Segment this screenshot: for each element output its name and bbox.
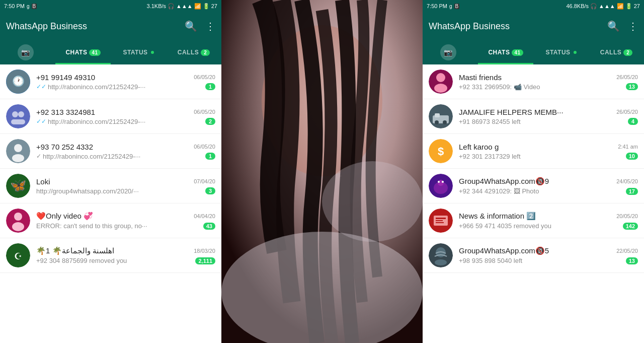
left-more-icon[interactable]: ⋮ — [205, 20, 215, 32]
left-chat-name-4: Loki — [36, 177, 50, 186]
right-tab-camera[interactable]: 📷 — [423, 40, 478, 64]
left-chat-info-4: Loki 07/04/20 http://group4whatsapp.com/… — [36, 177, 215, 195]
left-unread-4: 3 — [205, 187, 215, 194]
left-chat-info-1: +91 99149 49310 06/05/20 ✓✓ http://rabon… — [36, 73, 215, 91]
right-avatar-5 — [429, 209, 453, 233]
right-chat-info-4: Group4WhatsApp.com🔞9 24/05/20 +92 344 42… — [459, 177, 638, 195]
left-chat-bottom-6: +92 304 8875699 removed you 2,111 — [36, 257, 215, 264]
left-chat-item-1[interactable]: 🕐 +91 99149 49310 06/05/20 ✓✓ http://rab… — [0, 64, 221, 99]
right-speed: 46.8KB/s — [566, 3, 589, 9]
left-chat-top-3: +93 70 252 4332 06/05/20 — [36, 143, 215, 151]
left-chat-item-5[interactable]: ❤️Only video 💞 04/04/20 ERROR: can't sen… — [0, 203, 221, 238]
right-chats-badge: 41 — [512, 49, 523, 56]
left-search-icon[interactable]: 🔍 — [185, 20, 197, 32]
left-avatar-1: 🕐 — [6, 70, 30, 94]
right-chat-item-5[interactable]: News & information 2️⃣ 20/05/20 +966 59 … — [423, 203, 644, 238]
left-tab-calls[interactable]: CALLS 2 — [166, 40, 221, 64]
svg-point-12 — [14, 213, 22, 221]
left-chat-time-1: 06/05/20 — [194, 74, 215, 80]
left-tab-camera[interactable]: 📷 — [0, 40, 55, 64]
left-avatar-3 — [6, 139, 30, 163]
svg-point-34 — [442, 181, 444, 183]
left-chat-preview-6: +92 304 8875699 removed you — [36, 257, 127, 264]
left-chat-item-4[interactable]: 🦋 Loki 07/04/20 http://group4whatsapp.co… — [0, 169, 221, 203]
right-unread-6: 13 — [626, 257, 638, 264]
right-chat-info-6: Group4WhatsApp.com🔞5 22/05/20 +98 935 89… — [459, 246, 638, 264]
left-chat-item-2[interactable]: +92 313 3324981 06/05/20 ✓✓ http://rabon… — [0, 99, 221, 134]
left-unread-3: 1 — [205, 153, 215, 160]
right-app-icons: 🔍 ⋮ — [607, 20, 638, 32]
left-chat-name-3: +93 70 252 4332 — [36, 143, 93, 151]
right-tab-chats[interactable]: CHATS 41 — [478, 40, 533, 64]
right-chat-bottom-6: +98 935 898 5040 left 13 — [459, 257, 638, 264]
svg-point-27 — [443, 120, 447, 124]
right-battery-pct: 27 — [634, 3, 640, 9]
left-chat-bottom-2: ✓✓ http://raboninco.com/21252429-··· 2 — [36, 118, 215, 125]
right-battery-icon: 🔋 — [625, 3, 632, 10]
right-chat-name-3: Left karoo g — [459, 143, 499, 151]
right-avatar-2 — [429, 104, 453, 128]
left-signal-icon: ▲▲▲ — [176, 3, 193, 9]
left-chat-list: 🕐 +91 99149 49310 06/05/20 ✓✓ http://rab… — [0, 64, 221, 343]
right-chat-item-2[interactable]: JAMALIFE HELPERS MEMB··· 26/05/20 +91 86… — [423, 99, 644, 134]
left-avatar-2 — [6, 104, 30, 128]
right-chat-item-6[interactable]: Group4WhatsApp.com🔞5 22/05/20 +98 935 89… — [423, 238, 644, 273]
svg-point-4 — [18, 111, 24, 117]
left-chat-time-4: 07/04/20 — [194, 178, 215, 184]
left-chat-name-2: +92 313 3324981 — [36, 108, 95, 116]
left-chats-label: CHATS — [65, 49, 87, 56]
left-chat-item-3[interactable]: +93 70 252 4332 06/05/20 ✓ http://raboni… — [0, 134, 221, 169]
center-image-svg — [221, 0, 423, 343]
svg-point-13 — [12, 222, 24, 231]
left-chat-top-4: Loki 07/04/20 — [36, 177, 215, 186]
right-chat-top-4: Group4WhatsApp.com🔞9 24/05/20 — [459, 177, 638, 186]
svg-text:$: $ — [438, 145, 444, 158]
svg-point-33 — [438, 181, 440, 183]
left-status-left: 7:50 PM g B — [4, 3, 37, 9]
right-search-icon[interactable]: 🔍 — [607, 20, 620, 32]
right-chat-item-3[interactable]: $ Left karoo g 2:41 am +92 301 2317329 l… — [423, 134, 644, 169]
left-unread-2: 2 — [205, 118, 215, 125]
right-chat-top-2: JAMALIFE HELPERS MEMB··· 26/05/20 — [459, 108, 638, 116]
right-tab-calls[interactable]: CALLS 2 — [589, 40, 644, 64]
left-unread-1: 1 — [205, 83, 215, 90]
left-chat-info-6: 🌴اهلسنة والجماعة🌴 1 18/03/20 +92 304 887… — [36, 246, 215, 264]
left-tick-3: ✓ — [36, 153, 41, 160]
svg-text:☪: ☪ — [14, 251, 22, 261]
left-chat-item-6[interactable]: ☪ 🌴اهلسنة والجماعة🌴 1 18/03/20 +92 304 8… — [0, 238, 221, 273]
left-tabs: 📷 CHATS 41 STATUS CALLS 2 — [0, 40, 221, 64]
svg-point-19 — [322, 161, 423, 242]
svg-point-3 — [12, 111, 18, 117]
right-g-icon: g — [449, 4, 452, 9]
right-more-icon[interactable]: ⋮ — [628, 20, 638, 32]
right-status-left: 7:50 PM g B — [427, 3, 459, 9]
left-chat-time-5: 04/04/20 — [194, 213, 215, 219]
right-chat-item-4[interactable]: Group4WhatsApp.com🔞9 24/05/20 +92 344 42… — [423, 169, 644, 203]
right-chat-item-1[interactable]: Masti friends 26/05/20 +92 331 2969509: … — [423, 64, 644, 99]
left-chat-info-5: ❤️Only video 💞 04/04/20 ERROR: can't sen… — [36, 212, 215, 230]
right-chat-preview-4: +92 344 4291029: 🖼 Photo — [459, 187, 539, 195]
left-chat-name-1: +91 99149 49310 — [36, 73, 95, 82]
right-chat-info-2: JAMALIFE HELPERS MEMB··· 26/05/20 +91 86… — [459, 108, 638, 125]
left-unread-6: 2,111 — [195, 257, 215, 264]
svg-point-2 — [6, 104, 30, 128]
left-chat-name-6: 🌴اهلسنة والجماعة🌴 1 — [36, 246, 114, 255]
left-camera-icon: 📷 — [18, 44, 34, 60]
left-panel: 7:50 PM g B 3.1KB/s 🎧 ▲▲▲ 📶 🔋 27 WhatsAp… — [0, 0, 221, 343]
left-chat-time-3: 06/05/20 — [194, 144, 215, 150]
left-b-icon: B — [32, 4, 37, 9]
left-chat-time-2: 06/05/20 — [194, 109, 215, 115]
right-chat-bottom-1: +92 331 2969509: 📹 Video 13 — [459, 83, 638, 91]
left-chats-badge: 41 — [89, 49, 100, 56]
right-wifi-icon: 📶 — [617, 3, 624, 10]
left-chat-preview-2: ✓✓ http://raboninco.com/21252429-··· — [36, 118, 145, 125]
right-tab-status[interactable]: STATUS — [533, 40, 589, 64]
right-chat-info-3: Left karoo g 2:41 am +92 301 2317329 lef… — [459, 143, 638, 160]
right-chat-bottom-5: +966 59 471 4035 removed you 142 — [459, 222, 638, 230]
right-calls-label: CALLS — [600, 49, 622, 56]
right-chat-info-1: Masti friends 26/05/20 +92 331 2969509: … — [459, 73, 638, 91]
left-tab-status[interactable]: STATUS — [111, 40, 166, 64]
left-tab-chats[interactable]: CHATS 41 — [55, 40, 111, 64]
right-avatar-3: $ — [429, 139, 453, 163]
right-chat-preview-3: +92 301 2317329 left — [459, 153, 521, 160]
